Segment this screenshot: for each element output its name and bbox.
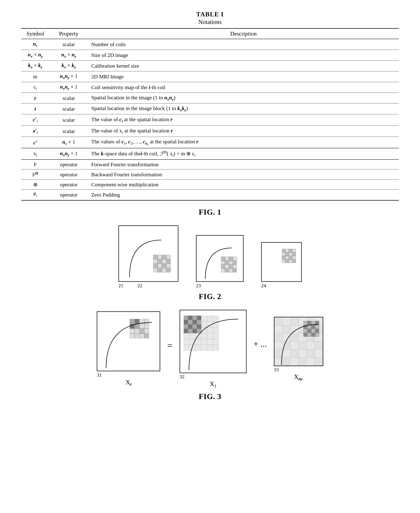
fig3-box33-wrapper: 33 Xnc (274, 317, 323, 381)
cell-description: The value of xi at the spatial location … (88, 125, 399, 137)
cell-description: Component-wise multiplication (88, 180, 399, 190)
fig2-arc1 (119, 226, 179, 282)
table-row: crnc × 1The values of c1, c2, …, cnc at … (21, 137, 399, 148)
fig3-arc33 (274, 317, 324, 367)
table-row: FHoperatorBackward Fourier transformatio… (21, 169, 399, 180)
col-description: Description (88, 29, 399, 39)
cell-property: scalar (49, 114, 88, 125)
table-section: TABLE I Notations Symbol Property Descri… (21, 11, 399, 201)
table-row: xriscalarThe value of xi at the spatial … (21, 125, 399, 137)
fig2-label: FIG. 2 (21, 292, 399, 301)
cell-description: The k-space data of thei-th coil, ℱH( xi… (88, 148, 399, 160)
cell-property: kx × ky (49, 61, 88, 71)
fig3-arc31 (97, 312, 161, 372)
table-row: tscalarSpatial location in the image blo… (21, 103, 399, 114)
cell-symbol: kx × ky (21, 61, 49, 71)
fig3-label: FIG. 3 (21, 392, 399, 401)
cell-description: Size of 2D image (88, 50, 399, 61)
fig2-box3-wrapper: 24 (261, 242, 302, 288)
cell-description: Forward Fourier transformation (88, 160, 399, 169)
cell-description: Number of coils (88, 39, 399, 50)
fig2-box2 (196, 235, 244, 282)
table-row: xinxny × 1The k-space data of thei-th co… (21, 148, 399, 160)
cell-symbol: ci (21, 82, 49, 93)
cell-symbol: cri (21, 114, 49, 125)
grid-inner-3 (282, 249, 296, 263)
fig2-row: 21 22 23 24 (21, 225, 399, 288)
table-row: cinxny × 1Coil sensitivity map of the i-… (21, 82, 399, 93)
fig2-num-24: 24 (261, 283, 302, 288)
cell-symbol: nc (21, 39, 49, 50)
fig2-box3 (261, 242, 302, 282)
cell-property: nc × 1 (49, 137, 88, 148)
fig3-row: 31 Xi = (21, 310, 399, 388)
cell-property: scalar (49, 103, 88, 114)
cell-symbol: cr (21, 137, 49, 148)
cell-description: The value of ci at the spatial location … (88, 114, 399, 125)
grid-inner-2 (221, 256, 237, 272)
fig2-num-21: 21 (119, 283, 123, 288)
cell-symbol: r (21, 93, 49, 103)
fig3-num-31: 31 (97, 372, 102, 378)
fig2-numbers-1: 21 22 (119, 283, 178, 288)
fig3-num-32: 32 (180, 374, 247, 380)
table-title: TABLE I (21, 11, 399, 18)
cell-property: operator (49, 190, 88, 200)
cell-symbol: F (21, 160, 49, 169)
cell-property: nxny × 1 (49, 71, 88, 82)
cell-property: nxny × 1 (49, 148, 88, 160)
cell-description: Calibration kernel size (88, 61, 399, 71)
fig2-box2-wrapper: 23 (196, 235, 244, 288)
cell-property: nx × ny (49, 50, 88, 61)
cell-property: nxny × 1 (49, 82, 88, 93)
col-property: Property (49, 29, 88, 39)
fig3-box33 (274, 317, 323, 366)
cell-description: Spatial location in the image (1 to nxny… (88, 93, 399, 103)
cell-description: Coil sensitivity map of the i-th coil (88, 82, 399, 93)
cell-symbol: Pi (21, 190, 49, 200)
fig3-box31 (97, 311, 160, 371)
fig2-num-23: 23 (196, 283, 244, 288)
table-row: rscalarSpatial location in the image (1 … (21, 93, 399, 103)
notation-table: Symbol Property Description ncscalarNumb… (21, 28, 399, 201)
fig2-box1-wrapper: 21 22 (119, 225, 178, 288)
table-row: criscalarThe value of ci at the spatial … (21, 114, 399, 125)
grid-inner-1 (153, 255, 171, 272)
cell-property: scalar (49, 93, 88, 103)
cell-property: operator (49, 169, 88, 180)
cell-symbol: m (21, 71, 49, 82)
fig3-box32-wrapper: 32 X1 (180, 310, 247, 388)
fig3-num-33: 33 (274, 367, 323, 373)
col-symbol: Symbol (21, 29, 49, 39)
cell-property: scalar (49, 39, 88, 50)
cell-symbol: FH (21, 169, 49, 180)
cell-symbol: xri (21, 125, 49, 137)
table-row: kx × kykx × kyCalibration kernel size (21, 61, 399, 71)
cell-description: Spatial location in the image block (1 t… (88, 103, 399, 114)
cell-symbol: nx × ny (21, 50, 49, 61)
fig3-box31-wrapper: 31 Xi (97, 311, 160, 387)
cell-property: operator (49, 180, 88, 190)
fig3-plus-ellipsis: + ... (254, 339, 267, 349)
fig3-labels31: 31 (97, 372, 160, 378)
table-row: PioperatorZero Padding (21, 190, 399, 200)
cell-symbol: xi (21, 148, 49, 160)
table-row: ncscalarNumber of coils (21, 39, 399, 50)
fig3-xlabel32: X1 (180, 380, 247, 388)
fig3-xlabel33: Xnc (274, 373, 323, 381)
table-subtitle: Notations (21, 19, 399, 25)
cell-symbol: t (21, 103, 49, 114)
fig3-xlabel31: Xi (97, 379, 160, 387)
table-row: ⊗operatorComponent-wise multiplication (21, 180, 399, 190)
fig3-arc32 (180, 310, 247, 374)
fig3-box32 (180, 310, 247, 373)
cell-property: operator (49, 160, 88, 169)
table-row: FoperatorForward Fourier transformation (21, 160, 399, 169)
fig2-box1 (119, 225, 178, 282)
cell-description: 2D MRI Image (88, 71, 399, 82)
cell-description: Backward Fourier transformation (88, 169, 399, 180)
fig2-arc2 (196, 236, 244, 282)
cell-description: Zero Padding (88, 190, 399, 200)
cell-symbol: ⊗ (21, 180, 49, 190)
cell-property: scalar (49, 125, 88, 137)
